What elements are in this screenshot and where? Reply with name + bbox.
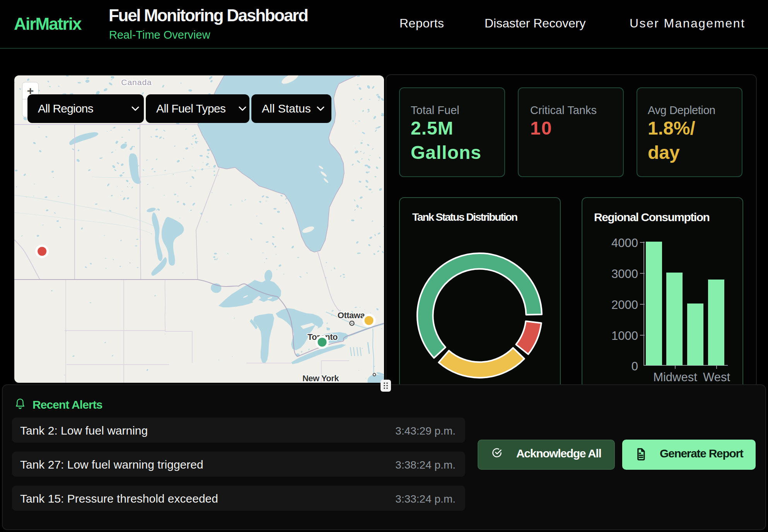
svg-text:Canada: Canada xyxy=(121,78,152,87)
svg-text:New York: New York xyxy=(302,373,339,383)
svg-text:Ottawa: Ottawa xyxy=(338,310,365,320)
